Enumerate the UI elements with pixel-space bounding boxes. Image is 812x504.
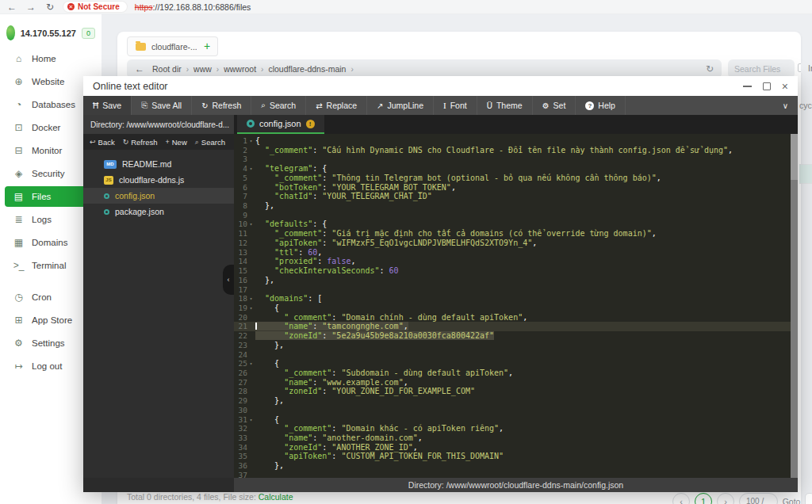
gutter-line[interactable]: 11 — [234, 229, 255, 239]
code-line[interactable]: "telegram": { — [255, 164, 798, 174]
file-tree-item-config-json[interactable]: config.json — [83, 188, 234, 204]
code-line[interactable]: "zoneId": "ANOTHER_ZONE_ID", — [255, 443, 798, 452]
gutter-line[interactable]: 8 — [234, 201, 255, 211]
toolbar-more-chevron-icon[interactable]: ∨ — [783, 101, 798, 110]
refresh-icon[interactable]: ↻ — [706, 63, 714, 74]
fold-toggle-icon[interactable]: ▾ — [247, 415, 255, 425]
gutter-line[interactable]: 28 — [234, 387, 255, 396]
code-line[interactable]: }, — [255, 461, 798, 471]
gutter-line[interactable]: 35 — [234, 452, 255, 461]
gutter-line[interactable]: 30 — [234, 406, 255, 415]
code-line[interactable]: }, — [255, 201, 798, 211]
sidebar-item-docker[interactable]: ⊡Docker — [5, 117, 94, 138]
code-line[interactable]: { — [255, 415, 798, 425]
code-line[interactable]: "_comment": "Giá trị mặc định cho tất cả… — [255, 229, 798, 239]
code-line[interactable]: "checkIntervalSeconds": 60 — [255, 266, 798, 276]
notification-count-badge[interactable]: 0 — [82, 28, 95, 39]
gutter-line[interactable]: 37 — [234, 471, 255, 478]
gutter-line[interactable]: 14 — [234, 257, 255, 266]
sidebar-item-cron[interactable]: ◷Cron — [5, 287, 94, 307]
new-button[interactable]: +New — [165, 138, 186, 147]
code-line[interactable]: "defaults": { — [255, 220, 798, 229]
fold-toggle-icon[interactable]: ▾ — [247, 164, 255, 174]
gutter-line[interactable]: 10▾ — [234, 220, 255, 229]
font-button[interactable]: IFont — [434, 96, 477, 115]
save-all-button[interactable]: ⎘Save All — [132, 96, 192, 115]
minimize-icon[interactable] — [743, 86, 752, 87]
save-button[interactable]: ĦSave — [83, 96, 132, 115]
calculate-link[interactable]: Calculate — [259, 492, 293, 502]
code-line[interactable]: "_comment": "Subdomain - dùng default ap… — [255, 368, 798, 378]
gutter-line[interactable]: 31▾ — [234, 415, 255, 425]
sidebar-item-terminal[interactable]: >_Terminal — [5, 255, 94, 276]
theme-button[interactable]: ÜTheme — [477, 96, 533, 115]
browser-refresh-icon[interactable]: ↻ — [44, 2, 56, 13]
code-line[interactable]: "apiToken": "CUSTOM_API_TOKEN_FOR_THIS_D… — [255, 452, 798, 461]
code-line[interactable] — [255, 350, 798, 360]
goto-page-input[interactable] — [805, 493, 812, 504]
not-secure-badge[interactable]: ✕ Not Secure — [63, 2, 127, 12]
gutter-line[interactable]: 19▾ — [234, 304, 255, 313]
gutter-line[interactable]: 1▾ — [234, 136, 255, 146]
sidebar-item-security[interactable]: ◈Security — [5, 163, 94, 184]
sidebar-item-domains[interactable]: ▦Domains — [5, 232, 94, 253]
code-line[interactable]: "domains": [ — [255, 294, 798, 304]
file-manager-tab[interactable]: cloudflare-... — [127, 36, 206, 56]
code-line[interactable]: "_comment": "Thông tin Telegram bot (opt… — [255, 174, 798, 183]
gutter-line[interactable]: 6 — [234, 183, 255, 193]
code-line[interactable]: }, — [255, 396, 798, 406]
code-line[interactable]: { — [255, 359, 798, 368]
code-line[interactable]: "_comment": "Domain khác - có apiToken r… — [255, 424, 798, 433]
gutter-line[interactable]: 33 — [234, 433, 255, 443]
gutter-line[interactable]: 27 — [234, 378, 255, 388]
gutter-line[interactable]: 16 — [234, 276, 255, 285]
gutter-line[interactable]: 13 — [234, 248, 255, 258]
help-button[interactable]: ?Help — [576, 96, 626, 115]
code-line[interactable]: }, — [255, 341, 798, 350]
gutter-line[interactable]: 32 — [234, 424, 255, 433]
fold-toggle-icon[interactable]: ▾ — [247, 220, 255, 229]
gutter-line[interactable]: 22 — [234, 331, 255, 341]
code-line[interactable]: }, — [255, 276, 798, 285]
collapse-tree-handle[interactable]: ‹ — [223, 265, 234, 295]
code-line[interactable]: "name": "tamcongnghe.com", — [255, 322, 798, 331]
code-line[interactable]: "name": "another-domain.com", — [255, 433, 798, 443]
gutter-line[interactable]: 29 — [234, 396, 255, 406]
prev-page-button[interactable]: ‹ — [672, 493, 690, 504]
file-tree-item-README-md[interactable]: MDREADME.md — [83, 156, 234, 172]
code-line[interactable]: "proxied": false, — [255, 257, 798, 266]
code-line[interactable]: { — [255, 136, 798, 146]
browser-back-icon[interactable]: ← — [6, 2, 17, 13]
code-line[interactable] — [255, 406, 798, 415]
sidebar-item-databases[interactable]: ◔Databases — [5, 94, 94, 115]
set-button[interactable]: ⚙Set — [533, 96, 576, 115]
gutter-line[interactable]: 4▾ — [234, 164, 255, 174]
search-button[interactable]: ⌕Search — [251, 96, 306, 115]
sidebar-item-log-out[interactable]: ↦Log out — [5, 356, 94, 376]
file-tree-item-package-json[interactable]: package.json — [83, 204, 234, 220]
code-editor[interactable]: 1▾234▾5678910▾1112131415161718▾19▾202122… — [234, 134, 798, 478]
tree-refresh-button[interactable]: ↻Refresh — [123, 138, 158, 147]
gutter-line[interactable]: 3 — [234, 155, 255, 164]
code-line[interactable]: "_comment": "Domain chính - dùng default… — [255, 313, 798, 323]
code-line[interactable] — [255, 155, 798, 164]
sidebar-item-monitor[interactable]: ⊟Monitor — [5, 140, 94, 161]
code-line[interactable]: "chatId": "YOUR_TELEGRAM_CHAT_ID" — [255, 192, 798, 201]
code-line[interactable] — [255, 285, 798, 295]
gutter-line[interactable]: 25▾ — [234, 359, 255, 368]
code-line[interactable]: "apiToken": "wIFMzxF5_EqO1vgcLNDPJVBMELH… — [255, 239, 798, 248]
gutter-line[interactable]: 24 — [234, 350, 255, 360]
gutter-line[interactable]: 17 — [234, 285, 255, 295]
gutter-line[interactable]: 23 — [234, 341, 255, 350]
gutter-line[interactable]: 7 — [234, 192, 255, 201]
add-tab-button[interactable]: + — [197, 36, 218, 56]
fold-toggle-icon[interactable]: ▾ — [247, 359, 255, 368]
breadcrumb-item[interactable]: wwwroot — [224, 64, 256, 74]
editor-scrollbar[interactable] — [791, 134, 798, 478]
browser-forward-icon[interactable]: → — [25, 2, 36, 13]
sidebar-item-home[interactable]: ⌂Home — [5, 48, 94, 69]
gutter-line[interactable]: 18▾ — [234, 294, 255, 304]
address-bar[interactable]: https://192.168.88.10:6886/files — [135, 2, 251, 12]
fold-toggle-icon[interactable]: ▾ — [247, 304, 255, 313]
fold-toggle-icon[interactable]: ▾ — [247, 294, 255, 304]
